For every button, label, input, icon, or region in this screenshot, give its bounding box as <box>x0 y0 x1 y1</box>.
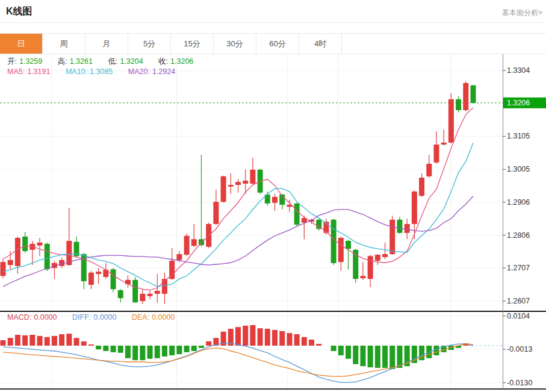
candle-body <box>1 262 6 276</box>
candle-body <box>221 176 226 202</box>
high-label: 高: <box>58 57 67 66</box>
current-price-badge-label: 1.3206 <box>507 99 530 107</box>
macd-bar <box>272 330 278 346</box>
tab-month[interactable]: 月 <box>85 34 128 54</box>
price-axis-label: 1.2806 <box>507 231 530 240</box>
ma10-label: MA10: <box>66 67 87 76</box>
macd-bar <box>331 346 337 351</box>
dea-value: 0.0000 <box>152 313 175 322</box>
macd-bar <box>258 328 263 346</box>
macd-bar <box>103 346 108 351</box>
macd-bar <box>338 346 344 355</box>
candle-body <box>470 86 476 103</box>
macd-bar <box>235 327 241 346</box>
interval-tabbar: 日 周 月 5分 15分 30分 60分 4时 <box>0 33 546 54</box>
tab-5min[interactable]: 5分 <box>128 34 171 54</box>
candle-body <box>213 202 219 224</box>
candle-body <box>433 145 439 163</box>
macd-bar <box>22 335 28 346</box>
price-axis-label: 1.3005 <box>507 165 530 173</box>
macd-bar <box>243 326 248 346</box>
candle-body <box>118 290 123 298</box>
macd-bar <box>389 346 395 369</box>
candle-body <box>88 273 94 285</box>
macd-bar <box>346 346 351 359</box>
candle-body <box>22 237 28 251</box>
candle-body <box>8 260 13 265</box>
macd-bar <box>353 346 358 364</box>
candle-body <box>147 294 153 296</box>
tab-4hour[interactable]: 4时 <box>299 34 342 54</box>
macd-legend: MACD:0.0000 DIFF:0.0000 DEA:0.0000 <box>7 313 177 322</box>
tab-week[interactable]: 周 <box>43 34 85 54</box>
macd-bar <box>162 346 167 356</box>
candle-body <box>250 170 255 184</box>
candle-body <box>316 220 321 229</box>
macd-bar <box>8 338 13 346</box>
macd-bar <box>191 346 197 351</box>
candle-body <box>155 291 160 294</box>
kline-app: K线图 基本面分析> 日 周 月 5分 15分 30分 60分 4时 1.330… <box>0 0 546 392</box>
ma20-value: 1.2924 <box>152 67 175 76</box>
fundamental-analysis-link[interactable]: 基本面分析> <box>502 8 542 18</box>
kline-chart: 1.33041.31051.30051.29061.28061.27071.26… <box>0 54 546 392</box>
candle-body <box>441 143 447 145</box>
candle-body <box>338 238 344 262</box>
macd-bar <box>302 337 307 346</box>
page-header: K线图 基本面分析> <box>0 0 546 23</box>
macd-bar <box>176 346 182 354</box>
ma10-line <box>3 143 473 286</box>
candle-body <box>176 254 182 260</box>
tab-day[interactable]: 日 <box>0 34 43 54</box>
diff-label: DIFF: <box>72 313 91 322</box>
ma5-value: 1.3191 <box>27 67 50 76</box>
candle-body <box>331 220 337 263</box>
macd-bar <box>206 341 211 346</box>
macd-bar <box>199 346 204 348</box>
candle-body <box>405 224 410 233</box>
macd-bar <box>111 346 116 352</box>
macd-bar <box>96 346 101 349</box>
close-value: 1.3206 <box>170 57 193 66</box>
candle-body <box>235 182 241 185</box>
macd-bar <box>279 331 285 346</box>
candle-body <box>412 191 417 224</box>
macd-bar <box>169 346 175 355</box>
macd-bar <box>118 346 123 353</box>
macd-bar <box>368 346 373 367</box>
tab-30min[interactable]: 30分 <box>214 34 256 54</box>
ma5-line <box>3 108 473 290</box>
macd-bar <box>360 346 365 366</box>
candle-body <box>132 280 138 302</box>
macd-bar <box>287 333 292 346</box>
candle-body <box>191 239 197 246</box>
low-value: 1.3204 <box>120 57 143 66</box>
candle-body <box>184 236 190 255</box>
candle-body <box>272 197 278 203</box>
macd-bar <box>81 341 87 346</box>
candle-body <box>294 204 300 225</box>
candle-body <box>111 269 116 289</box>
macd-axis-label: 0.0104 <box>507 312 530 320</box>
price-axis-label: 1.2906 <box>507 198 530 207</box>
candle-body <box>346 241 351 249</box>
macd-bar <box>265 329 270 346</box>
ma20-line <box>3 196 473 287</box>
tab-60min[interactable]: 60分 <box>256 34 299 54</box>
diff-value: 0.0000 <box>93 313 116 322</box>
candle-body <box>382 254 388 257</box>
macd-axis-label: -0.0013 <box>507 345 532 353</box>
candle-body <box>125 280 131 284</box>
macd-bar <box>66 334 72 346</box>
macd-bar <box>155 346 160 358</box>
candle-body <box>419 178 424 196</box>
macd-bar <box>294 334 300 346</box>
macd-bar <box>147 346 153 359</box>
price-axis-label: 1.3304 <box>507 66 530 75</box>
candle-body <box>15 238 20 266</box>
kline-chart-svg[interactable]: 1.33041.31051.30051.29061.28061.27071.26… <box>0 54 546 392</box>
candle-body <box>96 272 101 274</box>
candle-body <box>162 279 167 294</box>
tab-15min[interactable]: 15分 <box>171 34 214 54</box>
dea-label: DEA: <box>132 313 149 322</box>
